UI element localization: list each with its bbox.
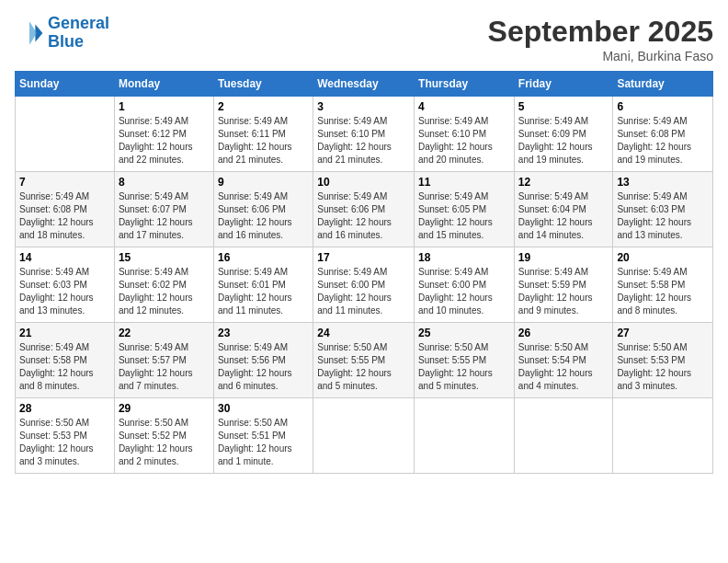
day-number: 11 [418, 176, 510, 189]
table-row: 15Sunrise: 5:49 AM Sunset: 6:02 PM Dayli… [114, 247, 213, 323]
day-detail: Sunrise: 5:50 AM Sunset: 5:51 PM Dayligh… [218, 417, 309, 468]
day-number: 19 [518, 251, 609, 264]
table-row: 19Sunrise: 5:49 AM Sunset: 5:59 PM Dayli… [514, 247, 613, 323]
table-row: 4Sunrise: 5:49 AM Sunset: 6:10 PM Daylig… [415, 97, 515, 172]
table-row [514, 398, 613, 474]
day-number: 15 [119, 251, 210, 264]
day-detail: Sunrise: 5:50 AM Sunset: 5:53 PM Dayligh… [617, 341, 709, 393]
table-row: 10Sunrise: 5:49 AM Sunset: 6:06 PM Dayli… [313, 172, 415, 247]
calendar-week-row: 14Sunrise: 5:49 AM Sunset: 6:03 PM Dayli… [16, 247, 713, 323]
table-row: 21Sunrise: 5:49 AM Sunset: 5:58 PM Dayli… [16, 323, 115, 398]
day-number: 25 [418, 327, 510, 339]
location-subtitle: Mani, Burkina Faso [488, 49, 713, 63]
day-detail: Sunrise: 5:49 AM Sunset: 6:03 PM Dayligh… [617, 190, 709, 242]
logo-icon [15, 18, 44, 48]
table-row: 30Sunrise: 5:50 AM Sunset: 5:51 PM Dayli… [213, 398, 313, 474]
table-row: 5Sunrise: 5:49 AM Sunset: 6:09 PM Daylig… [514, 97, 613, 172]
table-row: 3Sunrise: 5:49 AM Sunset: 6:10 PM Daylig… [313, 97, 415, 172]
day-number: 13 [617, 176, 709, 189]
table-row [415, 398, 515, 474]
day-number: 5 [518, 100, 609, 113]
day-detail: Sunrise: 5:49 AM Sunset: 5:59 PM Dayligh… [518, 266, 609, 317]
table-row: 25Sunrise: 5:50 AM Sunset: 5:55 PM Dayli… [415, 323, 515, 398]
day-number: 27 [617, 327, 709, 339]
day-detail: Sunrise: 5:50 AM Sunset: 5:52 PM Dayligh… [119, 417, 210, 468]
day-number: 18 [418, 251, 510, 264]
day-number: 17 [317, 251, 410, 264]
day-detail: Sunrise: 5:49 AM Sunset: 5:58 PM Dayligh… [617, 266, 709, 317]
col-saturday: Saturday [613, 72, 713, 97]
table-row [613, 398, 713, 474]
day-number: 2 [218, 100, 309, 113]
calendar-week-row: 21Sunrise: 5:49 AM Sunset: 5:58 PM Dayli… [16, 323, 713, 398]
day-number: 6 [617, 100, 709, 113]
table-row: 13Sunrise: 5:49 AM Sunset: 6:03 PM Dayli… [613, 172, 713, 247]
day-number: 22 [119, 327, 210, 339]
logo: General Blue [15, 15, 109, 52]
table-row: 22Sunrise: 5:49 AM Sunset: 5:57 PM Dayli… [114, 323, 213, 398]
day-number: 3 [317, 100, 410, 113]
day-number: 9 [218, 176, 309, 189]
table-row: 12Sunrise: 5:49 AM Sunset: 6:04 PM Dayli… [514, 172, 613, 247]
table-row: 2Sunrise: 5:49 AM Sunset: 6:11 PM Daylig… [213, 97, 313, 172]
col-sunday: Sunday [16, 72, 115, 97]
day-detail: Sunrise: 5:49 AM Sunset: 6:07 PM Dayligh… [119, 190, 210, 242]
col-friday: Friday [514, 72, 613, 97]
table-row: 1Sunrise: 5:49 AM Sunset: 6:12 PM Daylig… [114, 97, 213, 172]
calendar-table: Sunday Monday Tuesday Wednesday Thursday… [15, 71, 713, 474]
table-row: 29Sunrise: 5:50 AM Sunset: 5:52 PM Dayli… [114, 398, 213, 474]
day-number: 21 [19, 327, 110, 339]
day-detail: Sunrise: 5:49 AM Sunset: 6:11 PM Dayligh… [218, 115, 309, 167]
day-detail: Sunrise: 5:49 AM Sunset: 5:58 PM Dayligh… [19, 341, 110, 393]
day-detail: Sunrise: 5:49 AM Sunset: 6:01 PM Dayligh… [218, 266, 309, 317]
day-detail: Sunrise: 5:49 AM Sunset: 6:06 PM Dayligh… [317, 190, 410, 242]
day-detail: Sunrise: 5:49 AM Sunset: 6:10 PM Dayligh… [418, 115, 510, 167]
table-row: 7Sunrise: 5:49 AM Sunset: 6:08 PM Daylig… [16, 172, 115, 247]
day-detail: Sunrise: 5:49 AM Sunset: 6:08 PM Dayligh… [19, 190, 110, 242]
day-detail: Sunrise: 5:49 AM Sunset: 6:00 PM Dayligh… [317, 266, 410, 317]
col-thursday: Thursday [415, 72, 515, 97]
day-number: 8 [119, 176, 210, 189]
day-detail: Sunrise: 5:49 AM Sunset: 6:02 PM Dayligh… [119, 266, 210, 317]
day-detail: Sunrise: 5:49 AM Sunset: 6:08 PM Dayligh… [617, 115, 709, 167]
table-row: 14Sunrise: 5:49 AM Sunset: 6:03 PM Dayli… [16, 247, 115, 323]
day-number: 23 [218, 327, 309, 339]
day-detail: Sunrise: 5:50 AM Sunset: 5:53 PM Dayligh… [19, 417, 110, 468]
table-row: 28Sunrise: 5:50 AM Sunset: 5:53 PM Dayli… [16, 398, 115, 474]
day-number: 4 [418, 100, 510, 113]
day-number: 20 [617, 251, 709, 264]
day-number: 30 [218, 402, 309, 415]
day-detail: Sunrise: 5:49 AM Sunset: 6:00 PM Dayligh… [418, 266, 510, 317]
logo-text: General Blue [48, 15, 109, 52]
table-row [16, 97, 115, 172]
col-tuesday: Tuesday [213, 72, 313, 97]
table-row: 20Sunrise: 5:49 AM Sunset: 5:58 PM Dayli… [613, 247, 713, 323]
table-row: 24Sunrise: 5:50 AM Sunset: 5:55 PM Dayli… [313, 323, 415, 398]
table-row: 16Sunrise: 5:49 AM Sunset: 6:01 PM Dayli… [213, 247, 313, 323]
header-row: Sunday Monday Tuesday Wednesday Thursday… [16, 72, 713, 97]
day-number: 14 [19, 251, 110, 264]
day-detail: Sunrise: 5:49 AM Sunset: 6:05 PM Dayligh… [418, 190, 510, 242]
calendar-week-row: 1Sunrise: 5:49 AM Sunset: 6:12 PM Daylig… [16, 97, 713, 172]
table-row [313, 398, 415, 474]
day-number: 28 [19, 402, 110, 415]
day-detail: Sunrise: 5:49 AM Sunset: 6:10 PM Dayligh… [317, 115, 410, 167]
day-detail: Sunrise: 5:49 AM Sunset: 6:03 PM Dayligh… [19, 266, 110, 317]
table-row: 8Sunrise: 5:49 AM Sunset: 6:07 PM Daylig… [114, 172, 213, 247]
day-detail: Sunrise: 5:49 AM Sunset: 6:04 PM Dayligh… [518, 190, 609, 242]
calendar-week-row: 28Sunrise: 5:50 AM Sunset: 5:53 PM Dayli… [16, 398, 713, 474]
month-title: September 2025 [488, 15, 713, 49]
day-number: 12 [518, 176, 609, 189]
table-row: 26Sunrise: 5:50 AM Sunset: 5:54 PM Dayli… [514, 323, 613, 398]
table-row: 23Sunrise: 5:49 AM Sunset: 5:56 PM Dayli… [213, 323, 313, 398]
title-block: September 2025 Mani, Burkina Faso [488, 15, 713, 63]
table-row: 27Sunrise: 5:50 AM Sunset: 5:53 PM Dayli… [613, 323, 713, 398]
col-wednesday: Wednesday [313, 72, 415, 97]
day-detail: Sunrise: 5:50 AM Sunset: 5:54 PM Dayligh… [518, 341, 609, 393]
table-row: 17Sunrise: 5:49 AM Sunset: 6:00 PM Dayli… [313, 247, 415, 323]
table-row: 11Sunrise: 5:49 AM Sunset: 6:05 PM Dayli… [415, 172, 515, 247]
day-number: 10 [317, 176, 410, 189]
day-number: 24 [317, 327, 410, 339]
table-row: 6Sunrise: 5:49 AM Sunset: 6:08 PM Daylig… [613, 97, 713, 172]
day-detail: Sunrise: 5:49 AM Sunset: 6:09 PM Dayligh… [518, 115, 609, 167]
